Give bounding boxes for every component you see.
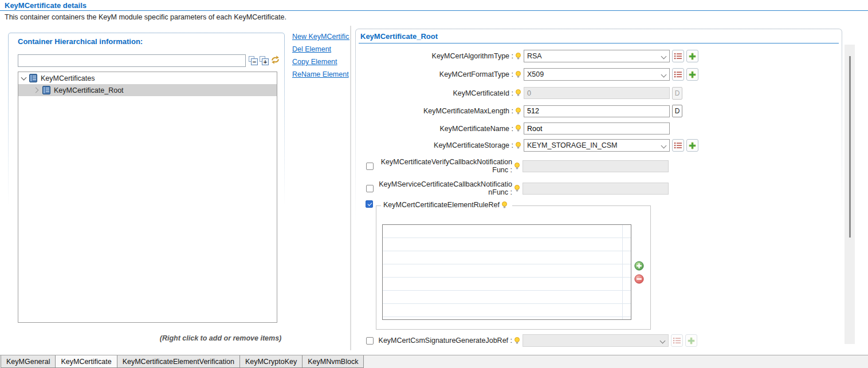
lightbulb-icon [514, 337, 520, 345]
field-label-certificate-id: KeyMCertificateId : [366, 89, 513, 97]
page-title: KeyMCertificate details [5, 1, 87, 10]
copy-element-link[interactable]: Copy Element [292, 58, 349, 66]
max-length-input[interactable] [524, 105, 670, 117]
plus-icon[interactable] [686, 139, 698, 152]
algorithm-type-value: RSA [527, 52, 542, 60]
chevron-down-icon [661, 54, 667, 60]
lightbulb-icon [515, 142, 521, 149]
bottom-tab-bar: KeyMGeneral KeyMCertificate KeyMCertific… [0, 355, 868, 368]
hierarchy-panel: Container Hierarchical information: − + [8, 33, 285, 348]
tree-item-label: KeyMCertificate_Root [54, 86, 124, 94]
chevron-down-icon [660, 338, 666, 344]
service-callback-input [523, 183, 669, 195]
tree-filter-input[interactable] [18, 54, 246, 67]
tree-item-label: KeyMCertificates [41, 74, 95, 82]
list-icon [671, 334, 683, 347]
vertical-divider [350, 26, 351, 350]
tree-item-keymcertificate-root[interactable]: KeyMCertificate_Root [18, 84, 277, 96]
format-type-value: X509 [527, 70, 544, 78]
storage-select[interactable]: KEYM_STORAGE_IN_CSM [524, 139, 670, 152]
collapse-all-icon[interactable]: − [249, 56, 258, 65]
vertical-scrollbar[interactable] [845, 45, 855, 344]
del-element-link[interactable]: Del Element [292, 45, 349, 54]
field-label-storage: KeyMCertificateStorage : [366, 141, 513, 149]
new-keymcertificate-link[interactable]: New KeyMCertificate [292, 33, 349, 41]
chevron-right-icon[interactable] [33, 88, 39, 93]
element-rule-table[interactable] [382, 224, 631, 320]
field-label-element-rule-ref: KeyMCertCertificateElementRuleRef [383, 201, 500, 209]
field-label-signature-job-ref: KeyMCertCsmSignatureGenerateJobRef : [377, 337, 512, 345]
page-description: This container containers the KeyM modul… [5, 13, 286, 21]
service-callback-checkbox[interactable] [366, 185, 374, 192]
field-label-certificate-name: KeyMCertificateName : [366, 125, 513, 133]
plus-icon [685, 334, 697, 347]
certificate-id-input [524, 87, 670, 99]
field-label-verify-callback: KeyMCertificateVerifyCallbackNotificatio… [377, 158, 512, 174]
remove-circle-icon[interactable] [634, 274, 644, 284]
element-rule-ref-checkbox[interactable] [366, 200, 373, 208]
scrollbar-thumb[interactable] [849, 56, 851, 238]
lightbulb-icon [515, 89, 521, 97]
lightbulb-icon [514, 185, 520, 192]
tab-keymcryptokey[interactable]: KeyMCryptoKey [239, 355, 303, 368]
tab-keymnvmblock[interactable]: KeyMNvmBlock [302, 355, 364, 368]
lightbulb-icon [501, 201, 508, 209]
refresh-icon[interactable] [270, 55, 280, 64]
field-label-algorithm-type: KeyMCertAlgorithmType : [366, 52, 513, 60]
title-divider [0, 10, 868, 11]
lightbulb-icon [515, 71, 521, 78]
rename-element-link[interactable]: ReName Element [292, 70, 349, 79]
default-button[interactable]: D [672, 105, 682, 117]
chevron-down-icon [661, 143, 667, 149]
lightbulb-icon [514, 163, 520, 170]
element-rule-ref-group: KeyMCertCertificateElementRuleRef [376, 205, 651, 330]
plus-icon[interactable] [686, 68, 698, 81]
algorithm-type-select[interactable]: RSA [524, 50, 670, 62]
detail-panel-title: KeyMCertificate_Root [360, 32, 438, 41]
lightbulb-icon [515, 53, 521, 60]
container-icon [29, 74, 37, 82]
default-button: D [672, 87, 682, 100]
right-click-hint: (Right click to add or remove items) [146, 334, 295, 342]
lightbulb-icon [515, 125, 521, 132]
verify-callback-input [523, 160, 669, 172]
format-type-select[interactable]: X509 [524, 68, 670, 81]
chevron-down-icon[interactable] [21, 74, 27, 80]
verify-callback-checkbox[interactable] [366, 163, 374, 170]
list-icon[interactable] [672, 68, 684, 81]
field-label-max-length: KeyMCertificateMaxLength : [366, 107, 513, 115]
storage-value: KEYM_STORAGE_IN_CSM [527, 141, 617, 149]
field-label-service-callback: KeyMServiceCertificateCallbackNotificati… [377, 180, 512, 196]
tab-keymgeneral[interactable]: KeyMGeneral [1, 355, 56, 368]
hierarchy-panel-title: Container Hierarchical information: [18, 37, 143, 46]
signature-job-ref-checkbox[interactable] [366, 337, 374, 345]
chevron-down-icon [661, 72, 667, 78]
field-label-format-type: KeyMCertFormatType : [366, 70, 513, 78]
tab-keymcertificateelementverification[interactable]: KeyMCertificateElementVerification [117, 355, 240, 368]
detail-title-divider [359, 43, 839, 43]
expand-all-icon[interactable]: + [260, 56, 269, 65]
hierarchy-tree: KeyMCertificates KeyMCertificate_Root [18, 72, 277, 323]
list-icon[interactable] [672, 139, 684, 152]
tree-item-keymcertificates[interactable]: KeyMCertificates [18, 72, 277, 84]
signature-job-ref-select [523, 334, 669, 347]
detail-panel: KeyMCertificate_Root KeyMCertAlgorithmTy… [355, 29, 842, 350]
add-circle-icon[interactable] [634, 261, 644, 271]
tab-keymcertificate[interactable]: KeyMCertificate [55, 355, 117, 368]
list-icon[interactable] [672, 50, 684, 62]
certificate-name-input[interactable] [524, 122, 670, 134]
lightbulb-icon [515, 108, 521, 115]
plus-icon[interactable] [686, 50, 698, 62]
container-icon [42, 86, 50, 94]
element-actions: New KeyMCertificate Del Element Copy Ele… [292, 33, 349, 83]
